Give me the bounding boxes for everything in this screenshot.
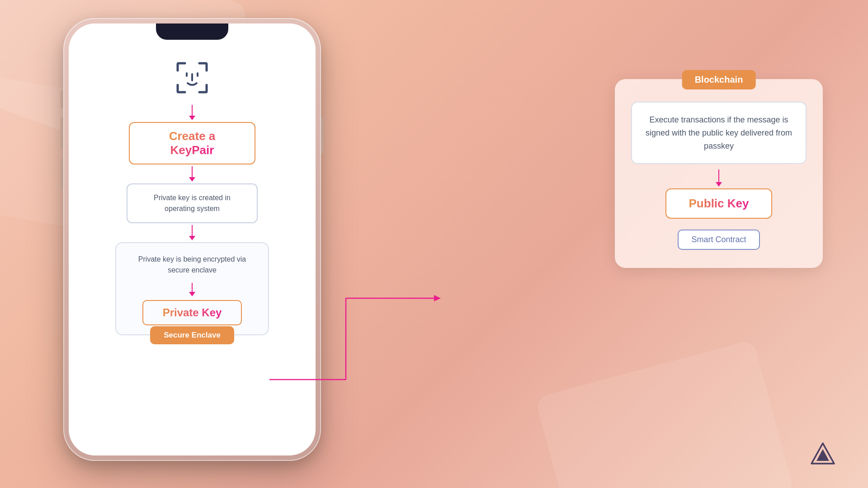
phone-side-button-right xyxy=(321,117,324,154)
bg-decoration-2 xyxy=(535,339,794,488)
private-key-created-label: Private key is created in operating syst… xyxy=(154,194,231,212)
blockchain-label: Blockchain xyxy=(682,70,756,89)
phone-side-button-left-2 xyxy=(61,117,63,149)
create-keypair-box: Create a KeyPair xyxy=(129,122,255,164)
arrow-1 xyxy=(189,105,195,120)
arrow-3 xyxy=(189,225,195,240)
private-key-label: Private Key xyxy=(163,306,222,319)
blockchain-description-text: Execute transactions if the message is s… xyxy=(645,113,793,152)
private-key-created-box: Private key is created in operating syst… xyxy=(127,183,258,223)
blockchain-arrow xyxy=(716,169,722,187)
phone-outer-shell: Create a KeyPair Private key is created … xyxy=(63,18,321,461)
svg-marker-3 xyxy=(434,295,441,301)
smart-contract-label: Smart Contract xyxy=(691,235,746,244)
blockchain-inner: Execute transactions if the message is s… xyxy=(631,102,807,250)
logo-container xyxy=(809,441,836,470)
phone-content: Create a KeyPair Private key is created … xyxy=(69,46,316,455)
arrow-2 xyxy=(189,166,195,182)
public-key-box: Public Key xyxy=(665,188,773,219)
phone-device: Create a KeyPair Private key is created … xyxy=(63,18,321,461)
alchemy-logo-icon xyxy=(809,441,836,468)
secure-enclave-box: Private key is being encrypted via secur… xyxy=(115,242,269,335)
phone-notch xyxy=(156,23,228,40)
phone-side-button-left-1 xyxy=(61,90,63,108)
faceid-icon xyxy=(174,60,210,96)
phone-side-button-left-3 xyxy=(61,158,63,190)
arrow-4 xyxy=(189,283,195,296)
public-key-label: Public Key xyxy=(689,197,749,210)
phone-screen: Create a KeyPair Private key is created … xyxy=(69,23,316,455)
private-key-box: Private Key xyxy=(142,300,242,325)
create-keypair-label: Create a KeyPair xyxy=(169,129,216,157)
private-key-encrypted-label: Private key is being encrypted via secur… xyxy=(130,254,255,276)
smart-contract-box: Smart Contract xyxy=(678,230,760,250)
blockchain-description-box: Execute transactions if the message is s… xyxy=(631,102,807,164)
blockchain-panel: Blockchain Execute transactions if the m… xyxy=(615,79,823,268)
secure-enclave-label: Secure Enclave xyxy=(150,326,234,344)
